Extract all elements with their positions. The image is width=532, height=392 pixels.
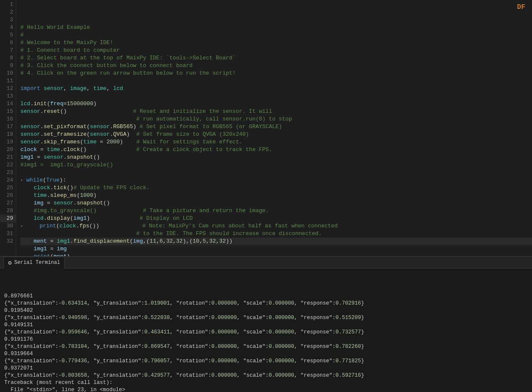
code-line-29: ment = img1.find_displacement(img,(11,6,… (20, 238, 532, 245)
code-line-4: # 1. Conenct board to computer (20, 47, 532, 54)
line-number-17: 17 (0, 123, 16, 131)
line-number-25: 25 (0, 184, 16, 192)
terminal-area[interactable]: ⚙ Serial Terminal 0.8976661{"x_translati… (0, 256, 532, 392)
code-line-19: #img1 = img1.to_grayscale() (20, 161, 532, 169)
code-line-2: # (20, 31, 532, 39)
line-number-16: 16 (0, 115, 16, 123)
line-number-12: 12 (0, 85, 16, 92)
code-line-23: time.sleep_ms(1000) (20, 192, 532, 199)
code-line-12: sensor.reset() # Reset and initialize th… (20, 108, 532, 115)
line-number-10: 10 (0, 70, 16, 77)
code-line-15: sensor.set_framesize(sensor.QVGA) # Set … (20, 131, 532, 138)
terminal-line-9: {"x_translation":-0.779436, "y_translati… (4, 358, 528, 365)
line-number-22: 22 (0, 161, 16, 169)
line-number-8: 8 (0, 54, 16, 62)
terminal-line-7: {"x_translation":-0.783104, "y_translati… (4, 343, 528, 350)
code-line-17: clock = time.clock() # Create a clock ob… (20, 146, 532, 154)
line-number-4: 4 (0, 24, 16, 31)
terminal-line-8: 0.9319664 (4, 350, 528, 358)
editor-content: 1234567891011121314151617181920212223242… (0, 0, 532, 256)
line-number-20: 20 (0, 146, 16, 154)
line-number-19: 19 (0, 138, 16, 146)
line-number-9: 9 (0, 62, 16, 70)
line-number-13: 13 (0, 92, 16, 100)
code-line-13: # run automatically, call sensor.run(0) … (20, 115, 532, 123)
terminal-line-4: 0.9149131 (4, 322, 528, 329)
line-number-27: 27 (0, 199, 16, 207)
code-line-3: # Welcome to the MaixPy IDE! (20, 39, 532, 47)
code-line-18: img1 = sensor.snapshot() (20, 154, 532, 161)
code-line-8 (20, 77, 532, 85)
terminal-line-2: 0.9195402 (4, 307, 528, 314)
line-number-11: 11 (0, 77, 16, 85)
code-line-31: print(ment) (20, 253, 532, 256)
code-line-16: sensor.skip_frames(time = 2000) # Wait f… (20, 138, 532, 146)
code-line-10 (20, 92, 532, 100)
line-number-15: 15 (0, 108, 16, 115)
code-line-24: img = sensor.snapshot() (20, 199, 532, 207)
line-numbers: 1234567891011121314151617181920212223242… (0, 0, 16, 256)
terminal-line-6: 0.9191176 (4, 336, 528, 343)
code-line-27: ▾ print(clock.fps()) # Note: MaixPy's Ca… (20, 222, 532, 230)
code-editor[interactable]: DF 1234567891011121314151617181920212223… (0, 0, 532, 256)
line-number-14: 14 (0, 100, 16, 108)
line-number-23: 23 (0, 169, 16, 176)
line-number-18: 18 (0, 131, 16, 138)
code-line-9: import sensor, image, time, lcd (20, 85, 532, 92)
code-line-7: # 4. Click on the green run arrow button… (20, 70, 532, 77)
line-number-32: 32 (0, 238, 16, 245)
df-badge: DF (517, 3, 525, 11)
terminal-line-1: {"x_translation":-0.634314, "y_translati… (4, 300, 528, 307)
code-lines[interactable]: # Hello World Example## Welcome to the M… (16, 0, 532, 256)
code-line-20 (20, 169, 532, 176)
fold-indicator[interactable]: ▾ (20, 224, 25, 229)
code-line-11: lcd.init(freq=15000000) (20, 100, 532, 108)
terminal-line-11: {"x_translation":-0.803658, "y_translati… (4, 372, 528, 379)
code-line-22: clock.tick()# Update the FPS clock. (20, 184, 532, 192)
code-line-28: # to the IDE. The FPS should increase on… (20, 230, 532, 238)
terminal-line-13: Traceback (most recent call last): (4, 379, 528, 386)
line-number-21: 21 (0, 154, 16, 161)
terminal-line-5: {"x_translation":-0.959646, "y_translati… (4, 329, 528, 336)
code-line-30: img1 = img (20, 245, 532, 253)
line-number-31: 31 (0, 230, 16, 238)
code-line-25: #img.to_grayscale() # Take a picture and… (20, 207, 532, 215)
line-number-29: 29 (0, 215, 16, 222)
code-line-21: ▾ while(True): (20, 176, 532, 184)
terminal-line-14: File "<stdin>", line 23, in <module> (4, 386, 528, 392)
line-number-30: 30 (0, 222, 16, 230)
terminal-line-3: {"x_translation":-0.940598, "y_translati… (4, 314, 528, 322)
code-line-5: # 2. Select board at the top of MaixPy I… (20, 54, 532, 62)
terminal-output[interactable]: 0.8976661{"x_translation":-0.634314, "y_… (0, 269, 532, 392)
terminal-tab-label: Serial Terminal (14, 260, 60, 266)
terminal-line-10: 0.9372071 (4, 365, 528, 372)
line-number-2: 2 (0, 8, 16, 16)
line-number-26: 26 (0, 192, 16, 199)
code-line-1: # Hello World Example (20, 24, 532, 31)
fold-indicator[interactable]: ▾ (20, 178, 25, 183)
code-line-14: sensor.set_pixformat(sensor.RGB565) # Se… (20, 123, 532, 131)
code-line-6: # 3. Click the connect button below to c… (20, 62, 532, 70)
line-number-6: 6 (0, 39, 16, 47)
line-number-3: 3 (0, 16, 16, 24)
line-number-7: 7 (0, 47, 16, 54)
line-number-24: 24 (0, 176, 16, 184)
line-number-28: 28 (0, 207, 16, 215)
line-number-1: 1 (0, 1, 16, 8)
line-number-5: 5 (0, 31, 16, 39)
code-line-26: lcd.display(img1) # Display on LCD (20, 215, 532, 222)
terminal-icon: ⚙ (8, 259, 11, 266)
terminal-tab-bar: ⚙ Serial Terminal (0, 257, 532, 269)
terminal-line-0: 0.8976661 (4, 293, 528, 300)
serial-terminal-tab[interactable]: ⚙ Serial Terminal (3, 257, 65, 269)
